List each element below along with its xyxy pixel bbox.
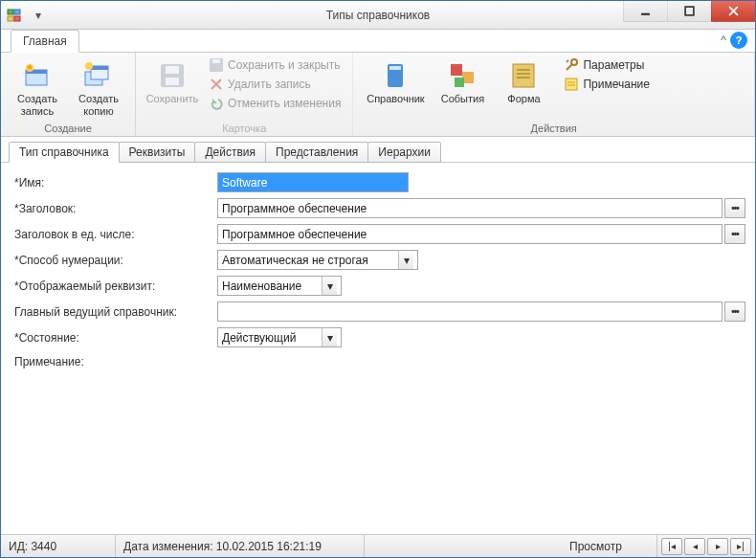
- name-label: *Имя:: [11, 176, 211, 190]
- undo-label: Отменить изменения: [228, 97, 341, 110]
- leading-ellipsis-button[interactable]: •••: [724, 301, 745, 322]
- create-copy-button[interactable]: Создать копию: [70, 56, 127, 121]
- tab-hierarchy[interactable]: Иерархии: [367, 142, 441, 163]
- svg-rect-23: [513, 64, 534, 87]
- undo-icon: [209, 96, 224, 111]
- directory-label: Справочник: [367, 93, 425, 105]
- svg-rect-0: [8, 10, 13, 14]
- save-label: Сохранить: [146, 93, 199, 105]
- tab-views[interactable]: Представления: [265, 142, 368, 163]
- note-button[interactable]: Примечание: [560, 76, 653, 93]
- dropdown-arrow-icon: ▾: [398, 251, 413, 269]
- save-close-icon: [209, 57, 224, 73]
- svg-rect-5: [685, 7, 694, 15]
- state-label: *Состояние:: [11, 331, 211, 345]
- ribbon-tab-main[interactable]: Главная: [11, 30, 79, 53]
- svg-rect-3: [14, 16, 20, 21]
- create-copy-label: Создать копию: [78, 93, 119, 117]
- events-button[interactable]: События: [434, 56, 491, 121]
- save-close-button: Сохранить и закрыть: [205, 56, 345, 74]
- form-button[interactable]: Форма: [495, 56, 552, 121]
- help-button[interactable]: ?: [730, 32, 747, 49]
- delete-icon: [209, 77, 224, 92]
- numbering-label: *Способ нумерации:: [11, 254, 211, 267]
- title-bar: ▾ Типы справочников: [1, 1, 755, 30]
- maximize-button[interactable]: [667, 1, 711, 22]
- state-combo[interactable]: Действующий ▾: [217, 327, 342, 347]
- numbering-value: Автоматическая не строгая: [222, 254, 368, 267]
- tab-props[interactable]: Реквизиты: [119, 142, 196, 163]
- dropdown-arrow-icon: ▾: [322, 328, 337, 346]
- close-button[interactable]: [711, 1, 755, 22]
- delete-label: Удалить запись: [228, 78, 311, 91]
- leading-label: Главный ведущий справочник:: [11, 305, 211, 319]
- form-icon: [508, 60, 539, 91]
- numbering-combo[interactable]: Автоматическая не строгая ▾: [217, 250, 418, 270]
- status-mode: Просмотр: [562, 535, 657, 557]
- save-close-label: Сохранить и закрыть: [228, 58, 340, 72]
- save-button: Сохранить: [144, 56, 201, 121]
- ribbon-group-create-caption: Создание: [9, 121, 127, 134]
- directory-button[interactable]: Справочник: [361, 56, 430, 121]
- minimize-button[interactable]: [623, 1, 667, 22]
- svg-rect-4: [641, 13, 650, 15]
- title-label: *Заголовок:: [11, 202, 211, 215]
- title-singular-ellipsis-button[interactable]: •••: [724, 224, 745, 244]
- form-panel: *Имя: *Заголовок: ••• Заголовок в ед. чи…: [1, 163, 755, 374]
- leading-input[interactable]: [217, 301, 723, 322]
- events-label: События: [441, 93, 484, 105]
- name-input[interactable]: [217, 172, 409, 192]
- record-nav: |◂ ◂ ▸ ▸|: [657, 538, 755, 555]
- qat-dropdown-icon[interactable]: ▾: [32, 9, 45, 22]
- state-value: Действующий: [222, 331, 296, 345]
- svg-point-27: [571, 59, 577, 65]
- svg-rect-15: [166, 78, 179, 85]
- svg-rect-1: [14, 10, 20, 14]
- ribbon-group-card-caption: Карточка: [144, 121, 345, 134]
- parameters-label: Параметры: [583, 58, 644, 72]
- svg-rect-11: [91, 66, 108, 70]
- dropdown-arrow-icon: ▾: [322, 277, 337, 295]
- displayed-combo[interactable]: Наименование ▾: [217, 276, 342, 296]
- nav-last-button[interactable]: ▸|: [730, 538, 751, 555]
- new-record-icon: [22, 60, 53, 91]
- svg-rect-28: [566, 78, 577, 90]
- ribbon-group-actions-caption: Действия: [361, 121, 746, 134]
- status-bar: ИД: 3440 Дата изменения: 10.02.2015 16:2…: [1, 534, 755, 557]
- remark-label: Примечание:: [11, 353, 211, 368]
- ribbon-collapse-icon[interactable]: ^: [721, 33, 726, 47]
- tab-actions[interactable]: Действия: [194, 142, 266, 163]
- form-label: Форма: [507, 93, 540, 105]
- title-singular-input[interactable]: [217, 224, 723, 244]
- displayed-label: *Отображаемый реквизит:: [11, 279, 211, 293]
- ribbon-group-actions: Справочник События Форма Параметры Приме…: [353, 53, 755, 136]
- note-icon: [564, 77, 579, 92]
- nav-next-button[interactable]: ▸: [707, 538, 728, 555]
- note-label: Примечание: [583, 78, 649, 91]
- sub-tab-row: Тип справочника Реквизиты Действия Предс…: [1, 137, 755, 163]
- displayed-value: Наименование: [222, 279, 301, 293]
- events-icon: [447, 60, 478, 91]
- status-modified: Дата изменения: 10.02.2015 16:21:19: [116, 535, 365, 557]
- svg-rect-22: [455, 78, 464, 87]
- tab-type[interactable]: Тип справочника: [9, 142, 120, 163]
- undo-button: Отменить изменения: [205, 95, 345, 112]
- tools-icon: [564, 57, 579, 73]
- save-icon: [157, 60, 188, 91]
- svg-rect-20: [451, 64, 462, 76]
- svg-rect-17: [212, 59, 220, 63]
- ribbon-tab-row: Главная ^ ?: [1, 30, 755, 53]
- create-record-button[interactable]: Создать запись: [9, 56, 66, 121]
- app-icon: [7, 8, 22, 23]
- book-icon: [380, 60, 411, 91]
- ribbon: Создать запись Создать копию Создание Со…: [1, 53, 755, 137]
- nav-first-button[interactable]: |◂: [661, 538, 682, 555]
- title-input[interactable]: [217, 198, 723, 218]
- svg-rect-2: [8, 16, 13, 21]
- create-record-label: Создать запись: [17, 93, 57, 117]
- parameters-button[interactable]: Параметры: [560, 56, 653, 74]
- nav-prev-button[interactable]: ◂: [684, 538, 705, 555]
- ribbon-group-create: Создать запись Создать копию Создание: [1, 53, 136, 136]
- title-ellipsis-button[interactable]: •••: [724, 198, 745, 218]
- ribbon-group-card: Сохранить Сохранить и закрыть Удалить за…: [136, 53, 353, 136]
